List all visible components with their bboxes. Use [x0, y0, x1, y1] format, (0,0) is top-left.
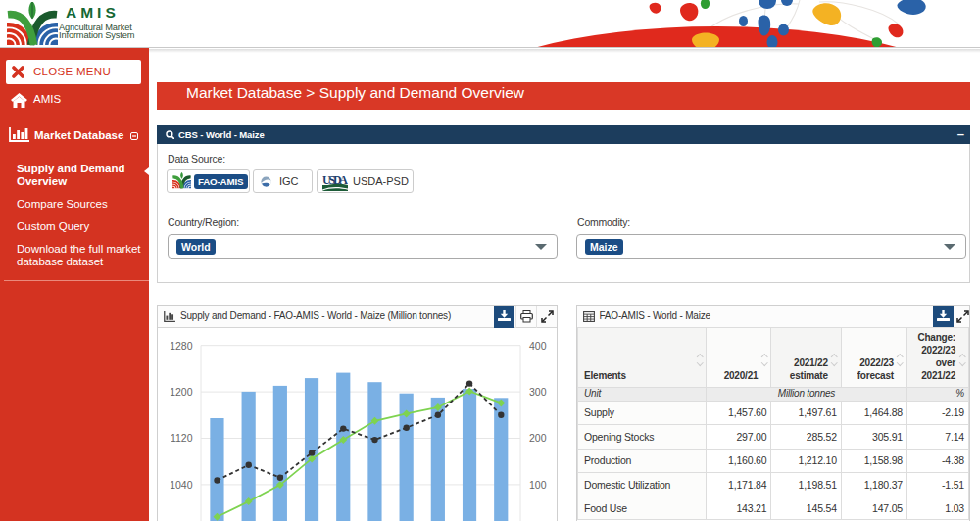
svg-text:1280: 1280 [170, 339, 193, 351]
svg-text:100: 100 [529, 478, 547, 490]
svg-text:200: 200 [529, 432, 547, 444]
svg-text:1120: 1120 [171, 432, 193, 444]
svg-text:USDA: USDA [322, 173, 348, 187]
svg-text:1040: 1040 [170, 478, 193, 490]
svg-text:1200: 1200 [170, 385, 193, 397]
svg-text:300: 300 [529, 385, 547, 397]
svg-text:400: 400 [529, 339, 547, 351]
